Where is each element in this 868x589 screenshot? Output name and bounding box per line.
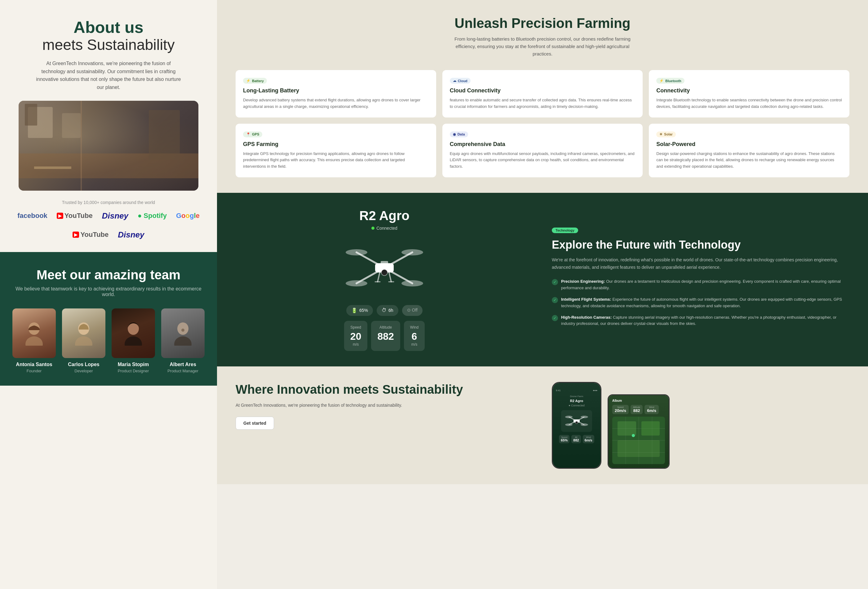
features-grid: ⚡ Battery Long-Lasting Battery Develop a… xyxy=(236,70,849,177)
logo-row: facebook ▶ R2 Agro YouTube Disney ● Spot… xyxy=(12,211,205,240)
tablet-val-2: 6m/s xyxy=(647,408,656,413)
speed-unit: m/s xyxy=(350,342,362,347)
battery-stat: 🔋 65% xyxy=(346,305,373,316)
speed-value: 20 xyxy=(350,331,362,342)
phone-screen: 9:41 ●●● Drone Farm R2 Agro ● Connected xyxy=(553,383,601,468)
feature-tag-cloud: ☁ Cloud xyxy=(450,78,471,84)
tech-description-side: Technology Explore the Future with Techn… xyxy=(552,227,849,332)
phone-drone-name: R2 Agro xyxy=(570,399,583,403)
wind-label: Wind xyxy=(410,325,418,329)
feature-card-cloud: ☁ Cloud Cloud Connectivity features to e… xyxy=(442,70,643,118)
battery-value: 65% xyxy=(359,308,368,313)
feature-card-battery: ⚡ Battery Long-Lasting Battery Develop a… xyxy=(236,70,436,118)
time-stat-icon: ⏱ xyxy=(382,307,387,313)
power-value: Off xyxy=(412,307,418,313)
youtube-icon: ▶ xyxy=(57,213,63,219)
check-icon-0: ✓ xyxy=(552,279,558,285)
team-member-2: Maria Stopim Product Designer xyxy=(112,309,155,373)
avatar-antonia xyxy=(12,309,56,358)
tablet-map xyxy=(612,417,665,464)
tech-feature-title-2: High-Resolution Cameras: xyxy=(561,315,612,320)
logo-youtube-2: ▶ YouTube xyxy=(72,231,108,239)
innovation-text-side: Where Innovation meets Sustainability At… xyxy=(236,382,533,430)
feature-title-bluetooth: Connectivity xyxy=(656,87,842,94)
feature-tag-bluetooth: ⚡ Bluetooth xyxy=(656,78,684,84)
altitude-value: 882 xyxy=(377,331,394,342)
team-section: Meet our amazing team We believe that te… xyxy=(0,252,217,386)
tech-feature-1: ✓ Intelligent Flight Systems: Experience… xyxy=(552,296,849,309)
solar-icon: ☀ xyxy=(659,132,663,136)
connected-badge: Connected xyxy=(371,226,397,231)
svg-rect-23 xyxy=(381,261,388,264)
feature-text-bluetooth: Integrate Bluetooth technology to enable… xyxy=(656,97,842,110)
svg-point-28 xyxy=(565,416,573,418)
precision-description: From long-lasting batteries to Bluetooth… xyxy=(450,35,636,58)
phone-metric-alt: Alt 882 xyxy=(571,435,581,443)
svg-point-14 xyxy=(402,249,423,255)
right-panel: Unleash Precision Farming From long-last… xyxy=(217,0,868,589)
logo-google: Google xyxy=(176,212,200,220)
altitude-label: Altitude xyxy=(377,325,394,329)
avatar-carlos xyxy=(62,309,105,358)
logo-spotify: ● Spotify xyxy=(138,212,167,220)
svg-point-18 xyxy=(381,269,388,276)
metric-speed: Speed 20 m/s xyxy=(344,321,368,351)
tech-description: We're at the forefront of innovation, re… xyxy=(552,256,849,271)
bluetooth-icon: ⚡ xyxy=(659,79,664,83)
phone-metric-speed: Speed 65% xyxy=(559,435,570,443)
svg-point-8 xyxy=(182,329,185,332)
phone-subtitle: Drone Farm xyxy=(570,395,583,398)
data-icon: ◉ xyxy=(453,132,456,136)
tablet-val-1: 882 xyxy=(633,408,640,413)
drone-metrics: Speed 20 m/s Altitude 882 Wind 6 m/s xyxy=(344,321,425,351)
precision-title: Unleash Precision Farming xyxy=(236,16,849,31)
logo-youtube-1: ▶ R2 Agro YouTube xyxy=(57,212,93,220)
check-icon-1: ✓ xyxy=(552,297,558,303)
svg-point-13 xyxy=(345,249,368,255)
phone-sub: ● Connected xyxy=(568,404,585,407)
tablet-metric-0: Speed 20m/s xyxy=(612,405,629,414)
feature-title-gps: GPS Farming xyxy=(243,141,429,148)
tech-feature-text-0: Precision Engineering: Our drones are a … xyxy=(561,278,849,291)
tablet-metric-2: Wind 6m/s xyxy=(645,405,659,414)
member-name-1: Carlos Lopes xyxy=(68,362,99,368)
youtube-icon-2: ▶ xyxy=(72,232,79,238)
feature-tag-solar: ☀ Solar xyxy=(656,131,676,137)
metric-altitude: Altitude 882 xyxy=(371,321,400,351)
tablet-val-0: 20m/s xyxy=(615,408,626,413)
phone-drone-img xyxy=(561,410,592,432)
logo-disney-1: Disney xyxy=(102,211,128,221)
svg-point-29 xyxy=(581,416,588,418)
trusted-label: Trusted by 10,000+ companies around the … xyxy=(62,200,155,205)
tech-feature-title-1: Intelligent Flight Systems: xyxy=(561,297,611,302)
phone-drone-svg xyxy=(564,412,589,430)
mockup-side: 9:41 ●●● Drone Farm R2 Agro ● Connected xyxy=(552,382,849,469)
team-member-1: Carlos Lopes Developer xyxy=(62,309,105,373)
feature-title-battery: Long-Lasting Battery xyxy=(243,87,429,94)
wind-value: 6 xyxy=(410,331,418,342)
wind-unit: m/s xyxy=(410,342,418,347)
logo-facebook: facebook xyxy=(17,212,47,220)
feature-tag-data: ◉ Data xyxy=(450,131,468,137)
drone-section: R2 Agro Connected xyxy=(217,193,868,366)
team-description: We believe that teamwork is key to achie… xyxy=(12,286,205,297)
get-started-button[interactable]: Get started xyxy=(236,417,274,430)
svg-point-30 xyxy=(565,424,573,426)
drone-stats-row: 🔋 65% ⏱ 6h ⊙ Off xyxy=(346,305,422,316)
time-stat: ⏱ 6h xyxy=(376,305,399,316)
power-icon: ⊙ xyxy=(407,307,411,313)
member-role-0: Founder xyxy=(27,369,41,373)
tech-feature-title-0: Precision Engineering: xyxy=(561,279,605,283)
precision-farming-section: Unleash Precision Farming From long-last… xyxy=(217,0,868,193)
drone-visual-side: R2 Agro Connected xyxy=(236,208,533,351)
feature-text-battery: Develop advanced battery systems that ex… xyxy=(243,97,429,110)
member-name-0: Antonia Santos xyxy=(16,362,52,368)
feature-card-bluetooth: ⚡ Bluetooth Connectivity Integrate Bluet… xyxy=(649,70,849,118)
feature-text-cloud: features to enable automatic and secure … xyxy=(450,97,636,110)
drone-svg xyxy=(341,237,428,299)
team-member-3: Albert Ares Product Manager xyxy=(161,309,205,373)
about-description: At GreenTech Innovations, we're pioneeri… xyxy=(34,59,183,91)
avatar-albert xyxy=(161,309,205,358)
connected-dot xyxy=(371,227,375,230)
metric-wind: Wind 6 m/s xyxy=(404,321,425,351)
